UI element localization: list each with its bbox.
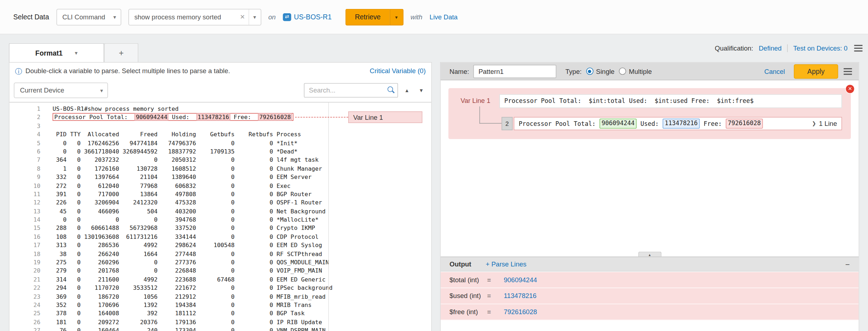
line-number: 15 (9, 224, 40, 233)
retrieve-split-button: Retrieve ▾ (345, 9, 403, 25)
pattern-menu-icon[interactable] (843, 67, 853, 76)
parsed-line-highlight[interactable]: Processor Pool Total: 906094244 Used: 11… (53, 113, 294, 121)
line-number: 22 (9, 284, 40, 293)
cancel-button[interactable]: Cancel (764, 67, 785, 75)
var-line-connector (295, 117, 348, 118)
code-line[interactable]: 15 288 0 60661488 56732968 337520 0 0 Cr… (9, 224, 431, 233)
code-line[interactable]: 27 76 0 160464 240 173304 0 0 VNM_DSPRM_… (9, 326, 431, 331)
qualification-defined-link[interactable]: Defined (759, 44, 782, 52)
code-line[interactable]: 4 PID TTY Allocated Freed Holding Getbuf… (9, 130, 431, 139)
add-tab-button[interactable]: + (104, 43, 139, 62)
code-line[interactable]: 16 108 0 1301963608 611731216 334144 0 0… (9, 233, 431, 241)
line-number: 27 (9, 326, 40, 331)
hint-row: ⓘ Double-click a variable to parse. Sele… (9, 63, 431, 79)
line-number: 3 (9, 122, 40, 131)
output-row: $free (int)=792616028 (441, 304, 859, 320)
device-scope-dropdown[interactable]: Current Device ▾ (14, 82, 108, 98)
parse-lines-link[interactable]: + Parse Lines (486, 260, 527, 268)
command-combobox[interactable]: show process memory sorted ✕ ▾ (128, 9, 261, 25)
var-line-1-tag[interactable]: Var Line 1 (348, 112, 422, 123)
line-number: 25 (9, 309, 40, 318)
code-line[interactable]: 9 332 0 1397664 21104 1389640 0 0 EEM Se… (9, 173, 431, 181)
matched-line[interactable]: Processor Pool Total: 906094244 Used: 11… (514, 117, 842, 130)
line-number: 18 (9, 250, 40, 258)
line-number: 14 (9, 216, 40, 224)
code-line[interactable]: 18 38 0 266240 1664 277448 0 0 RF SCTPth… (9, 250, 431, 258)
retrieve-button[interactable]: Retrieve (345, 9, 389, 25)
clear-icon[interactable]: ✕ (236, 13, 248, 20)
retrieve-dropdown-button[interactable]: ▾ (389, 9, 403, 25)
type-single-radio[interactable]: Single (586, 67, 614, 75)
data-type-dropdown[interactable]: CLI Command ▾ (56, 9, 121, 25)
expand-line-toggle[interactable]: ❯ 1 Line (812, 120, 837, 128)
menu-icon[interactable] (853, 44, 863, 53)
line-text: 45 0 466096 504 403200 0 0 Net Backgroun… (40, 207, 326, 216)
main-content: ⓘ Double-click a variable to parse. Sele… (0, 62, 868, 331)
code-line[interactable]: 22 294 0 1170720 3533512 221672 0 0 IPSe… (9, 284, 431, 293)
name-label: Name: (450, 67, 469, 75)
search-icon[interactable] (387, 86, 395, 94)
output-var-name: $total (int) (450, 276, 487, 284)
live-data-link[interactable]: Live Data (430, 13, 457, 21)
select-data-label: Select Data (13, 13, 49, 21)
line-number: 19 (9, 258, 40, 267)
code-line[interactable]: 20 279 0 201768 0 226848 0 0 VOIP_FMD_MA… (9, 267, 431, 275)
matched-line-row: 2 Processor Pool Total: 906094244 Used: … (502, 117, 842, 130)
output-rows: $total (int)=906094244$used (int)=113478… (441, 272, 859, 320)
match-used-label: Used: (637, 120, 663, 127)
match-total-value[interactable]: 906094244 (599, 119, 637, 129)
code-line[interactable]: 19 275 0 260296 0 277376 0 0 QOS_MODULE_… (9, 258, 431, 267)
pattern-input[interactable]: Processor Pool Total: $int:total Used: $… (499, 94, 842, 108)
line-text (40, 122, 53, 131)
critical-variable-link[interactable]: Critical Variable (0) (370, 67, 426, 75)
line-number: 26 (9, 318, 40, 327)
minimize-icon[interactable]: − (845, 260, 850, 268)
code-line[interactable]: 25 378 0 164008 392 181112 0 0 BGP Task (9, 309, 431, 318)
code-line[interactable]: 8 1 0 1726160 130728 1608512 0 0 Chunk M… (9, 165, 431, 173)
pattern-body: ✕ Var Line 1 Processor Pool Total: $int:… (441, 80, 859, 331)
code-area: 1US-BOS-R1#show process memory sorted2Pr… (9, 102, 431, 331)
parsed-text: Processor Pool Total: (54, 114, 135, 120)
parsed-value[interactable]: 906094244 (135, 113, 168, 121)
parsed-value[interactable]: 113478216 (196, 113, 230, 121)
code-line[interactable]: 7 364 0 2037232 0 2050312 0 0 l4f mgt ta… (9, 156, 431, 165)
apply-button[interactable]: Apply (794, 64, 838, 78)
search-box (304, 83, 398, 98)
code-line[interactable]: 6 0 0 3661718040 3268944592 18837792 170… (9, 147, 431, 156)
line-number: 13 (9, 207, 40, 216)
device-name: US-BOS-R1 (294, 13, 332, 21)
code-line[interactable]: 10 272 0 612040 77968 606832 0 0 Exec (9, 181, 431, 190)
code-line[interactable]: 3 (9, 122, 431, 131)
chevron-down-icon[interactable]: ▾ (75, 50, 78, 56)
line-count-label: 1 Line (819, 120, 837, 128)
match-used-value[interactable]: 113478216 (662, 119, 700, 129)
code-line[interactable]: 24 352 0 170696 1392 194384 0 0 MRIB Tra… (9, 301, 431, 309)
line-text: 1 0 1726160 130728 1608512 0 0 Chunk Man… (40, 165, 322, 173)
next-match-button[interactable]: ▼ (416, 85, 427, 96)
code-line[interactable]: 21 314 0 211600 4992 223688 67468 0 EEM … (9, 275, 431, 284)
parsed-value[interactable]: 792616028 (258, 113, 292, 121)
code-line[interactable]: 26 181 0 209272 20376 179136 0 0 IP RIB … (9, 318, 431, 327)
close-icon[interactable]: ✕ (845, 84, 855, 94)
output-var-value: 906094244 (504, 276, 537, 284)
line-text: 0 0 0 0 394768 0 0 *MallocLite* (40, 216, 318, 224)
line-text: 38 0 266240 1664 277448 0 0 RF SCTPthrea… (40, 250, 322, 258)
code-line[interactable]: 12 226 0 3206904 2412320 475328 0 0 OSPF… (9, 199, 431, 207)
chevron-down-icon[interactable]: ▾ (248, 9, 260, 24)
search-input[interactable] (304, 83, 398, 98)
code-line[interactable]: 5 0 0 176246256 94774184 74796376 0 0 *I… (9, 139, 431, 147)
device-link[interactable]: ⇄ US-BOS-R1 (283, 13, 332, 21)
type-multiple-radio[interactable]: Multiple (619, 67, 652, 75)
code-line[interactable]: 11 391 0 717000 13864 497808 0 0 BGP Rou… (9, 190, 431, 199)
line-text: 352 0 170696 1392 194384 0 0 MRIB Trans (40, 301, 312, 309)
test-on-devices-link[interactable]: Test on Devices: 0 (793, 44, 848, 52)
tab-format1[interactable]: Format1 ▾ (9, 43, 104, 62)
code-line[interactable]: 13 45 0 466096 504 403200 0 0 Net Backgr… (9, 207, 431, 216)
prev-match-button[interactable]: ▲ (401, 85, 412, 96)
code-line[interactable]: 23 369 0 186720 1056 212912 0 0 MFIB_mri… (9, 292, 431, 301)
pattern-name-input[interactable] (474, 65, 557, 78)
chevron-down-icon: ▾ (100, 87, 103, 93)
match-free-value[interactable]: 792616028 (725, 119, 763, 129)
code-line[interactable]: 17 313 0 286536 4992 298624 100548 0 EEM… (9, 241, 431, 250)
code-line[interactable]: 14 0 0 0 0 394768 0 0 *MallocLite* (9, 216, 431, 224)
